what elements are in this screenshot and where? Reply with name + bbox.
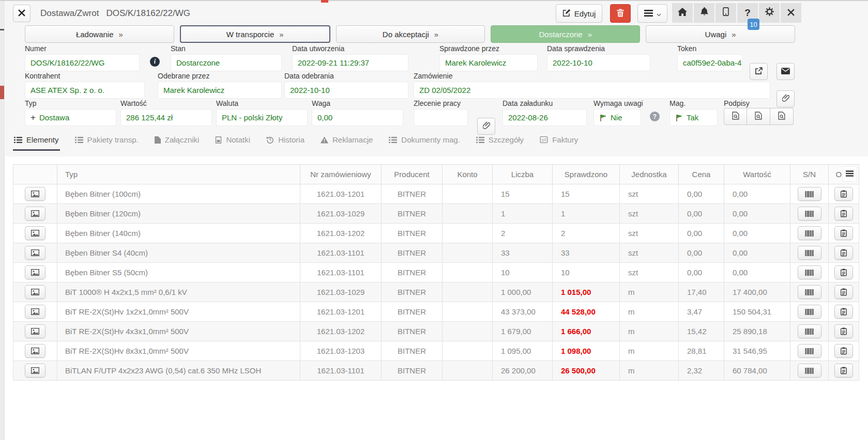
image-icon <box>31 348 39 354</box>
field-value: 2022-08-26 <box>508 113 548 122</box>
zlecenie-pracy-input[interactable] <box>414 109 468 126</box>
field-stan: StanDostarczone <box>171 44 282 71</box>
serial-numbers-button[interactable] <box>798 305 821 319</box>
cell-opis <box>829 341 859 361</box>
field-token: Tokenca0f59e2-0aba-4b76 <box>677 44 742 71</box>
table-row: Bęben Bitner S4 (40cm)1621.03-1101BITNER… <box>13 243 859 263</box>
tab-notatki[interactable]: Notatki <box>214 131 251 151</box>
serial-numbers-button[interactable] <box>798 324 821 338</box>
typ-input[interactable]: +Dostawa <box>25 109 116 126</box>
serial-numbers-button[interactable] <box>798 246 821 260</box>
mobile-button[interactable] <box>715 3 736 23</box>
settings-button[interactable] <box>759 3 780 23</box>
stage-button-dostarczone[interactable]: Dostarczone» <box>491 25 640 43</box>
tab-reklamacje[interactable]: Reklamacje <box>319 131 374 151</box>
odebrane-przez-input[interactable]: Marek Karolewicz <box>158 82 282 99</box>
row-image-button[interactable] <box>25 285 45 299</box>
token-send-email-button[interactable] <box>776 63 795 80</box>
description-button[interactable] <box>834 187 853 201</box>
serial-numbers-button[interactable] <box>798 207 821 221</box>
column-settings-button[interactable] <box>842 166 857 182</box>
tab-dokumenty-mag[interactable]: Dokumenty mag. <box>388 131 461 151</box>
help-circle-icon[interactable]: ? <box>650 112 660 121</box>
tab-historia[interactable]: Historia <box>265 131 306 151</box>
row-image-button[interactable] <box>25 246 45 260</box>
stage-button-uwagi[interactable]: Uwagi» <box>646 25 795 43</box>
serial-numbers-button[interactable] <box>798 187 821 201</box>
serial-numbers-button[interactable] <box>798 344 821 358</box>
tab-pakiety-transp[interactable]: Pakiety transp. <box>74 131 140 151</box>
tab-za-czniki[interactable]: Załączniki <box>154 131 201 151</box>
signature-preview-button-3[interactable] <box>770 108 794 125</box>
waluta-input[interactable]: PLN - polski Złoty <box>216 109 308 126</box>
signature-preview-button-2[interactable] <box>747 108 770 125</box>
data-zaladunku-input[interactable]: 2022-08-26 <box>502 109 587 126</box>
wartosc-input[interactable]: 286 125,44 zł <box>120 109 212 126</box>
description-button[interactable] <box>834 305 853 319</box>
data-sprawdzenia-input[interactable]: 2022-10-10 <box>547 54 650 71</box>
waga-input[interactable]: 0,00 <box>312 109 403 126</box>
kontrahent-input[interactable]: ASE ATEX Sp. z o. o. <box>25 82 145 99</box>
row-image-button[interactable] <box>25 207 45 221</box>
background-page-sliver <box>0 0 5 440</box>
description-button[interactable] <box>834 324 853 338</box>
more-actions-dropdown[interactable] <box>637 4 667 23</box>
wymaga-uwagi-input[interactable]: Nie <box>593 109 641 126</box>
mobile-phone-icon <box>723 7 729 19</box>
cell-producent: BITNER <box>382 204 443 224</box>
row-image-button[interactable] <box>25 305 45 319</box>
tab-elementy[interactable]: Elementy <box>13 131 60 151</box>
token-input[interactable]: ca0f59e2-0aba-4b76 <box>677 54 742 71</box>
numer-input[interactable]: DOS/K/18162/22/WG <box>25 54 140 71</box>
description-button[interactable] <box>834 265 853 279</box>
notifications-button[interactable] <box>694 3 714 23</box>
field-value: 2022-10-10 <box>290 86 330 95</box>
cell-liczba: 1 <box>493 204 553 224</box>
cell-value: BITNER <box>398 190 426 198</box>
data-utworzenia-input[interactable]: 2022-09-21 11:29:37 <box>292 54 408 71</box>
sprawdzone-przez-input[interactable]: Marek Karolewicz <box>439 54 538 71</box>
token-open-link-button[interactable] <box>750 63 768 80</box>
row-image-button[interactable] <box>25 344 45 358</box>
description-button[interactable] <box>834 246 853 260</box>
delete-button[interactable] <box>610 4 631 23</box>
stage-button-w-transporcie[interactable]: W transporcie» <box>180 25 330 43</box>
serial-numbers-button[interactable] <box>798 364 821 378</box>
home-button[interactable] <box>672 3 693 23</box>
cell-jednostka: m <box>620 341 679 361</box>
stage-button-adowanie[interactable]: Ładowanie» <box>25 25 174 43</box>
description-button[interactable] <box>834 344 853 358</box>
cell-image <box>13 184 57 204</box>
edit-button[interactable]: Edytuj <box>556 4 602 23</box>
serial-numbers-button[interactable] <box>798 285 821 299</box>
close-window-button[interactable] <box>781 3 801 23</box>
row-image-button[interactable] <box>25 324 45 338</box>
row-image-button[interactable] <box>25 265 45 279</box>
tab-szczeg-y[interactable]: Szczegóły <box>475 131 525 151</box>
serial-numbers-button[interactable] <box>798 265 821 279</box>
cell-typ: Bęben Bitner (120cm) <box>57 204 300 224</box>
description-button[interactable] <box>834 364 853 378</box>
stan-input[interactable]: Dostarczone <box>171 54 282 71</box>
row-image-button[interactable] <box>25 187 45 201</box>
stage-button-do-akceptacji[interactable]: Do akceptacji» <box>336 25 485 43</box>
mag-input[interactable]: Tak <box>669 109 718 126</box>
order-link-button[interactable] <box>776 90 795 107</box>
description-button[interactable] <box>834 207 853 221</box>
cell-value: BITNER <box>398 327 426 336</box>
zamowienie-input[interactable]: ZD 02/05/2022 <box>414 82 770 99</box>
sliver-divider <box>0 29 4 30</box>
signature-preview-button-1[interactable] <box>724 108 747 125</box>
row-image-button[interactable] <box>25 364 45 378</box>
data-odebrania-input[interactable]: 2022-10-10 <box>284 82 408 99</box>
double-arrow-icon: » <box>279 30 283 39</box>
info-icon[interactable]: i <box>150 57 160 67</box>
invoice-icon: s <box>540 136 548 143</box>
serial-numbers-button[interactable] <box>798 226 821 240</box>
row-image-button[interactable] <box>25 226 45 240</box>
close-document-button[interactable] <box>13 5 31 22</box>
description-button[interactable] <box>834 226 853 240</box>
description-button[interactable] <box>834 285 853 299</box>
tab-faktury[interactable]: sFaktury <box>539 131 579 151</box>
table-row: BiT RE-2X(St)Hv 4x3x1,0mm² 500V1621.03-1… <box>13 322 859 341</box>
